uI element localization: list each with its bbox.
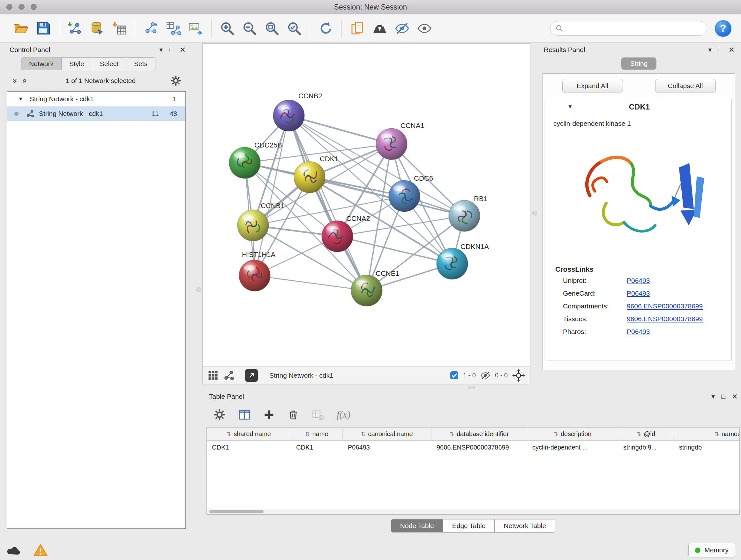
new-network-from-table-button[interactable] — [164, 19, 183, 38]
panel-close-icon[interactable]: ✕ — [732, 392, 738, 401]
hidden-count: 0 - 0 — [495, 372, 508, 379]
table-cell[interactable]: CDK1 — [207, 441, 291, 454]
table-panel-title: Table Panel — [209, 393, 244, 400]
export-image-button[interactable] — [186, 19, 205, 38]
right-splitter-handle[interactable] — [532, 211, 537, 215]
hide-selected-button[interactable] — [393, 19, 411, 38]
crosslink-value-link[interactable]: 9606.ENSP00000378699 — [627, 315, 703, 323]
tab-network-table[interactable]: Network Table — [495, 519, 555, 533]
string-panel-button[interactable] — [224, 370, 234, 381]
help-button[interactable]: ? — [715, 20, 731, 37]
table-row[interactable]: CDK1CDK1P064939606.ENSP00000378699cyclin… — [207, 441, 739, 454]
tab-string[interactable]: String — [621, 57, 657, 70]
search-input[interactable] — [566, 24, 702, 33]
import-network-file-button[interactable] — [65, 19, 84, 38]
table-cell[interactable]: cyclin-dependent ... — [527, 441, 618, 454]
function-builder-icon[interactable]: f(x) — [337, 409, 350, 421]
new-network-from-selection-button[interactable] — [142, 19, 160, 38]
minimize-window-icon[interactable] — [18, 4, 24, 10]
hidden-eye-slash-icon[interactable] — [480, 370, 490, 381]
column-header--id[interactable]: ⇅@id — [618, 428, 674, 440]
tab-select[interactable]: Select — [92, 57, 126, 70]
window-title: Session: New Session — [0, 0, 741, 14]
zoom-out-button[interactable] — [240, 19, 259, 38]
column-header-canonical-name[interactable]: ⇅canonical name — [343, 428, 431, 440]
zoom-selected-button[interactable] — [285, 19, 304, 38]
apply-layout-button[interactable] — [317, 19, 335, 38]
panel-close-icon[interactable]: ✕ — [729, 46, 735, 54]
network-node-rb1[interactable]: RB1 — [449, 195, 488, 232]
table-cell[interactable]: 9606.ENSP00000378699 — [431, 441, 527, 454]
show-columns-icon[interactable] — [239, 409, 251, 421]
options-gear-icon[interactable] — [171, 75, 181, 86]
network-node-ccnb2[interactable]: CCNB2 — [273, 92, 322, 131]
panel-float-icon[interactable]: □ — [718, 46, 722, 54]
warnings-button[interactable] — [33, 543, 48, 557]
find-button[interactable] — [370, 19, 389, 38]
panel-menu-icon[interactable]: ▾ — [711, 393, 715, 400]
scrollbar-thumb[interactable] — [209, 510, 264, 513]
cloud-status-button[interactable] — [6, 544, 22, 556]
network-edge[interactable] — [289, 116, 367, 291]
crosslink-value-link[interactable]: 9606.ENSP00000378699 — [627, 302, 703, 310]
column-header-description[interactable]: ⇅description — [527, 428, 618, 440]
memory-button[interactable]: Memory — [688, 543, 735, 557]
cloud-icon — [6, 544, 22, 556]
maximize-window-icon[interactable] — [30, 4, 37, 10]
delete-column-icon[interactable] — [287, 409, 299, 421]
crosslink-value-link[interactable]: P06493 — [627, 328, 650, 335]
network-node-hist1h1a[interactable]: HIST1H1A — [239, 251, 275, 291]
table-cell[interactable]: P06493 — [343, 441, 431, 454]
network-collection-row[interactable]: ▼ String Network - cdk1 1 — [7, 91, 185, 106]
panel-float-icon[interactable]: □ — [721, 393, 725, 400]
column-header-shared-name[interactable]: ⇅shared name — [207, 428, 291, 440]
crosslink-value-link[interactable]: P06493 — [627, 290, 650, 297]
section-caret-icon[interactable]: ▼ — [567, 104, 573, 110]
tab-network[interactable]: Network — [21, 57, 62, 70]
table-cell[interactable]: CDK1 — [291, 441, 343, 454]
network-edge[interactable] — [255, 275, 367, 291]
expand-all-button[interactable]: Expand All — [562, 79, 623, 93]
panel-menu-icon[interactable]: ▾ — [159, 46, 163, 54]
selected-checkbox-icon[interactable] — [450, 371, 459, 380]
table-settings-gear-icon[interactable] — [213, 409, 226, 421]
crosslink-value-link[interactable]: P06493 — [627, 277, 650, 285]
collapse-all-icon[interactable]: » — [10, 78, 20, 83]
export-network-button[interactable] — [245, 369, 258, 382]
network-canvas[interactable]: CCNB2CCNA1CDC25BCDK1CDC6RB1CCNB1CCNA2CDK… — [203, 44, 530, 366]
horizontal-scrollbar[interactable] — [207, 509, 739, 514]
fit-crosshair-icon[interactable] — [512, 369, 525, 382]
network-list-item[interactable]: String Network - cdk1 11 48 — [7, 106, 185, 121]
left-splitter-handle[interactable] — [196, 287, 201, 292]
show-all-button[interactable] — [415, 19, 434, 38]
zoom-fit-button[interactable] — [263, 19, 281, 38]
panel-float-icon[interactable]: □ — [169, 46, 173, 54]
table-cell[interactable]: stringdb:9... — [618, 441, 674, 454]
import-network-database-button[interactable] — [88, 19, 106, 38]
tab-sets[interactable]: Sets — [126, 57, 155, 70]
tree-caret-icon[interactable]: ▼ — [18, 96, 23, 102]
tab-edge-table[interactable]: Edge Table — [443, 519, 495, 533]
panel-close-icon[interactable]: ✕ — [180, 46, 186, 54]
panel-menu-icon[interactable]: ▾ — [708, 46, 712, 54]
birds-eye-view-button[interactable] — [208, 370, 219, 381]
column-header-namespace[interactable]: ⇅namespace — [674, 428, 740, 440]
zoom-in-button[interactable] — [218, 19, 237, 38]
save-session-button[interactable] — [34, 19, 52, 38]
import-table-button[interactable] — [110, 19, 129, 38]
network-node-ccna1[interactable]: CCNA1 — [376, 122, 424, 160]
expand-all-icon[interactable]: » — [19, 78, 29, 83]
copy-button[interactable] — [348, 19, 367, 38]
column-header-name[interactable]: ⇅name — [291, 428, 343, 440]
tab-node-table[interactable]: Node Table — [391, 519, 443, 533]
collapse-all-button[interactable]: Collapse All — [655, 79, 716, 93]
table-cell[interactable]: stringdb — [674, 441, 740, 454]
close-window-icon[interactable] — [6, 4, 12, 10]
add-column-icon[interactable] — [263, 409, 275, 421]
open-session-button[interactable] — [11, 19, 30, 38]
bottom-splitter-handle[interactable] — [468, 386, 475, 389]
tab-style[interactable]: Style — [62, 57, 92, 70]
network-edge[interactable] — [337, 236, 452, 264]
column-header-database-identifier[interactable]: ⇅database identifier — [431, 428, 527, 440]
network-node-cdk1[interactable]: CDK1 — [294, 155, 339, 193]
